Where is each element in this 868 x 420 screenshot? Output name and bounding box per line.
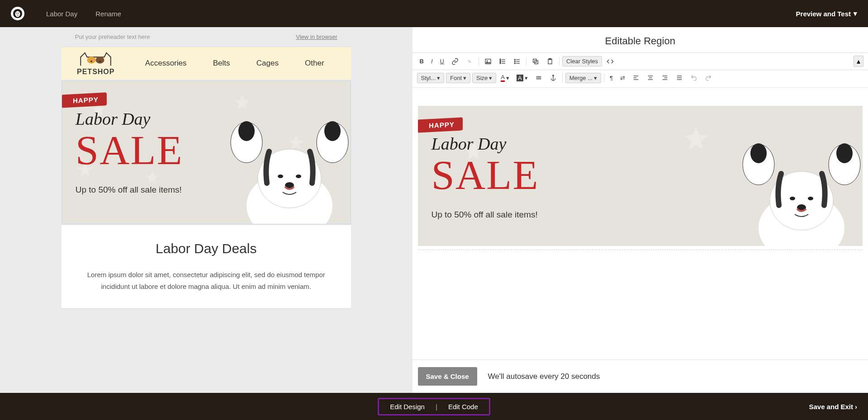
ltr-icon[interactable]: ¶ bbox=[607, 73, 616, 83]
dashed-divider bbox=[418, 250, 863, 250]
nav-cages[interactable]: Cages bbox=[256, 59, 279, 68]
bottombar: Edit Design | Edit Code Save and Exit › bbox=[0, 393, 868, 420]
svg-point-15 bbox=[296, 175, 301, 178]
editable-region-title: Editable Region bbox=[413, 27, 868, 52]
svg-point-5 bbox=[96, 57, 104, 63]
nav-accessories[interactable]: Accessories bbox=[145, 59, 187, 68]
svg-point-28 bbox=[514, 59, 515, 60]
preview-and-test-dropdown[interactable]: Preview and Test ▾ bbox=[796, 9, 857, 18]
svg-point-6 bbox=[90, 61, 92, 62]
preview-label: Preview and Test bbox=[796, 10, 851, 18]
deals-section[interactable]: Labor Day Deals Lorem ipsum dolor sit am… bbox=[62, 225, 351, 308]
deals-body: Lorem ipsum dolor sit amet, consectetur … bbox=[84, 269, 328, 292]
save-row: Save & Close We'll autosave every 20 sec… bbox=[413, 359, 868, 393]
svg-point-53 bbox=[750, 143, 767, 163]
svg-point-55 bbox=[836, 143, 853, 163]
shop-nav: Accessories Belts Cages Other bbox=[132, 59, 337, 68]
shop-header: PETSHOP Accessories Belts Cages Other bbox=[62, 47, 351, 80]
svg-point-30 bbox=[514, 63, 515, 64]
redo-icon[interactable] bbox=[702, 72, 715, 83]
bg-color-icon[interactable]: A ▾ bbox=[514, 73, 531, 83]
main-split: Put your preheader text here View in bro… bbox=[0, 27, 868, 393]
text-color-icon[interactable]: A ▾ bbox=[498, 72, 512, 84]
mailchimp-logo[interactable] bbox=[11, 7, 24, 20]
anchor-icon[interactable] bbox=[547, 72, 560, 83]
discount-text-editor: Up to 50% off all sale items! bbox=[432, 210, 538, 220]
svg-text:3: 3 bbox=[500, 62, 501, 64]
underline-button[interactable]: U bbox=[437, 56, 447, 66]
happy-badge: HAPPY bbox=[62, 92, 107, 108]
size-dropdown[interactable]: Size ▾ bbox=[472, 73, 496, 83]
toolbar-row-1: B I U 123 Clear Styles ▴ bbox=[413, 52, 868, 70]
edit-design-button[interactable]: Edit Design bbox=[390, 403, 425, 411]
rename-link[interactable]: Rename bbox=[95, 10, 121, 18]
svg-point-7 bbox=[99, 61, 101, 62]
bullet-list-icon[interactable] bbox=[511, 56, 523, 67]
font-dropdown[interactable]: Font ▾ bbox=[446, 73, 470, 83]
spacer-block bbox=[62, 308, 351, 326]
view-in-browser-link[interactable]: View in browser bbox=[296, 33, 337, 40]
svg-point-2 bbox=[16, 13, 17, 14]
rtl-icon[interactable]: ⇄ bbox=[617, 73, 628, 83]
svg-point-58 bbox=[790, 197, 795, 200]
preheader-placeholder[interactable]: Put your preheader text here bbox=[75, 33, 150, 40]
svg-point-29 bbox=[514, 61, 515, 62]
campaign-name: Labor Day bbox=[46, 10, 77, 18]
preheader-row: Put your preheader text here View in bro… bbox=[62, 27, 351, 47]
undo-icon[interactable] bbox=[688, 72, 700, 83]
copy-icon[interactable] bbox=[529, 56, 542, 67]
align-left-icon[interactable] bbox=[630, 72, 642, 83]
italic-button[interactable]: I bbox=[428, 56, 436, 66]
sale-text-editor: SALE bbox=[432, 151, 539, 199]
hr-icon[interactable] bbox=[532, 72, 545, 83]
happy-badge-editor: HAPPY bbox=[418, 117, 463, 132]
autosave-label: We'll autosave every 20 seconds bbox=[488, 372, 600, 381]
chevron-right-icon: › bbox=[855, 403, 857, 411]
divider: | bbox=[436, 403, 437, 411]
chevron-down-icon: ▾ bbox=[854, 9, 857, 18]
align-justify-icon[interactable] bbox=[673, 72, 686, 83]
numbered-list-icon[interactable]: 123 bbox=[496, 56, 509, 67]
svg-point-14 bbox=[278, 175, 283, 178]
bold-button[interactable]: B bbox=[417, 56, 427, 66]
align-center-icon[interactable] bbox=[644, 72, 657, 83]
deals-title: Labor Day Deals bbox=[84, 241, 328, 256]
style-dropdown[interactable]: Styl... ▾ bbox=[417, 73, 445, 83]
svg-point-18 bbox=[487, 60, 488, 61]
hero-block-editor[interactable]: HAPPY Labor Day SALE Up to 50% off all s… bbox=[418, 106, 863, 246]
svg-point-38 bbox=[552, 75, 554, 76]
svg-point-11 bbox=[324, 121, 341, 141]
nav-other[interactable]: Other bbox=[305, 59, 324, 68]
shop-logo[interactable]: PETSHOP bbox=[69, 51, 123, 76]
save-and-close-button[interactable]: Save & Close bbox=[418, 367, 477, 386]
discount-text: Up to 50% off all sale items! bbox=[76, 185, 182, 195]
dog-image-editor bbox=[718, 128, 863, 246]
hero-block-preview[interactable]: HAPPY Labor Day SALE Up to 50% off all s… bbox=[62, 80, 351, 224]
editor-pane: Editable Region B I U 123 Clear Styles ▴… bbox=[413, 27, 868, 393]
save-and-exit-button[interactable]: Save and Exit › bbox=[809, 403, 857, 411]
svg-point-4 bbox=[87, 57, 96, 63]
code-icon[interactable] bbox=[604, 56, 617, 67]
editor-canvas[interactable]: HAPPY Labor Day SALE Up to 50% off all s… bbox=[413, 88, 868, 359]
paste-icon[interactable] bbox=[544, 56, 556, 67]
image-icon[interactable] bbox=[482, 56, 494, 67]
edit-code-button[interactable]: Edit Code bbox=[448, 403, 478, 411]
topbar: Labor Day Rename Preview and Test ▾ bbox=[0, 0, 868, 27]
svg-point-1 bbox=[15, 11, 20, 17]
toolbar-row-2: Styl... ▾ Font ▾ Size ▾ A ▾ A ▾ Merge ..… bbox=[413, 70, 868, 88]
svg-point-9 bbox=[238, 121, 255, 141]
email-preview-pane[interactable]: Put your preheader text here View in bro… bbox=[0, 27, 413, 393]
align-right-icon[interactable] bbox=[659, 72, 671, 83]
nav-belts[interactable]: Belts bbox=[213, 59, 230, 68]
sale-text: SALE bbox=[76, 126, 183, 174]
link-icon[interactable] bbox=[449, 56, 461, 67]
merge-tags-dropdown[interactable]: Merge ... ▾ bbox=[565, 73, 601, 83]
svg-point-59 bbox=[808, 197, 813, 200]
unlink-icon[interactable] bbox=[463, 56, 476, 67]
clear-styles-button[interactable]: Clear Styles bbox=[562, 56, 602, 66]
dog-image bbox=[206, 106, 351, 224]
svg-point-3 bbox=[18, 13, 19, 14]
shop-name: PETSHOP bbox=[69, 68, 123, 76]
edit-mode-group: Edit Design | Edit Code bbox=[378, 398, 490, 415]
collapse-toolbar-icon[interactable]: ▴ bbox=[854, 56, 863, 67]
